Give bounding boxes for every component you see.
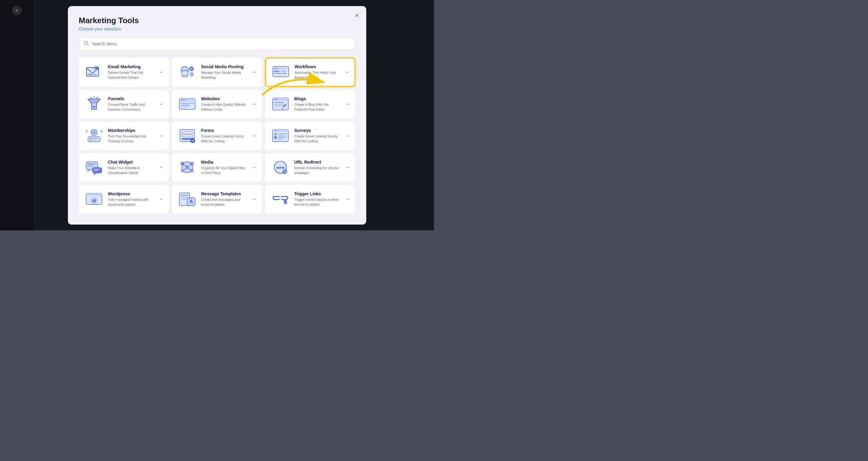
tool-name-wordpress: Wordpress: [108, 191, 154, 196]
tool-arrow-trigger-links: →: [345, 197, 350, 202]
tool-card-websites[interactable]: Websites Create A High Quality Website W…: [172, 90, 262, 118]
tool-arrow-email-marketing: →: [159, 69, 163, 75]
tool-arrow-message-templates: →: [252, 197, 257, 202]
svg-line-56: [101, 130, 102, 131]
tool-icon-forms: [178, 128, 197, 144]
tool-card-chat-widget[interactable]: Chat Widget Make Your Website A Conversa…: [79, 153, 169, 182]
modal-overlay[interactable]: × Marketing Tools Choose your selection …: [0, 0, 434, 230]
svg-rect-75: [87, 166, 93, 166]
tool-card-media[interactable]: t f ▶ ◎ Media Organize All Your Digital …: [172, 153, 262, 182]
tool-card-blogs[interactable]: Blogs Create A Blog With Our Powerful Po…: [265, 90, 355, 118]
tool-icon-blogs: [271, 96, 290, 112]
tool-info-blogs: Blogs Create A Blog With Our Powerful Po…: [294, 96, 341, 112]
svg-text:W: W: [92, 198, 96, 203]
svg-rect-71: [278, 137, 286, 138]
svg-rect-74: [87, 164, 95, 165]
svg-marker-76: [87, 170, 91, 172]
svg-text:✉: ✉: [94, 67, 96, 69]
svg-point-33: [181, 99, 182, 100]
tool-desc-trigger-links: Trigger events based on when the link is…: [294, 197, 341, 207]
tool-desc-forms: Create Great Looking Forms With No Codin…: [201, 134, 248, 144]
tool-info-forms: Forms Create Great Looking Forms With No…: [201, 128, 248, 144]
tool-card-workflows[interactable]: Workflows Automation That Helps Your Bus…: [265, 58, 355, 87]
svg-rect-16: [274, 68, 287, 69]
svg-point-66: [276, 130, 277, 131]
search-bar[interactable]: [79, 37, 355, 50]
tool-desc-funnels: Convert More Traffic And Increase Conver…: [108, 103, 154, 112]
tool-arrow-memberships: →: [159, 133, 163, 139]
tool-arrow-websites: →: [252, 102, 257, 107]
tool-icon-message-templates: A: [178, 191, 197, 207]
svg-rect-37: [181, 105, 190, 106]
tool-info-chat-widget: Chat Widget Make Your Website A Conversa…: [108, 160, 154, 175]
tools-grid: ✉ Email Marketing Deliver Emails That Ge…: [79, 58, 355, 213]
tool-icon-workflows: [271, 64, 290, 81]
tool-name-social-media: Social Media Posting: [201, 64, 248, 69]
tool-card-trigger-links[interactable]: Trigger Links Trigger events based on wh…: [265, 185, 355, 213]
svg-point-51: [90, 138, 92, 141]
tool-icon-websites: [178, 96, 197, 112]
svg-marker-114: [283, 200, 287, 205]
close-button[interactable]: ×: [355, 12, 359, 19]
svg-text:#: #: [191, 68, 192, 71]
svg-text:▶: ▶: [191, 171, 193, 172]
tool-arrow-chat-widget: →: [159, 165, 163, 170]
tool-info-email-marketing: Email Marketing Deliver Emails That Get …: [108, 64, 154, 80]
tool-card-memberships[interactable]: Memberships Turn Your Knowledge Into Tra…: [79, 121, 169, 150]
tool-info-surveys: Surveys Create Great Looking Survey With…: [294, 128, 341, 144]
tool-desc-url-redirect: Domain forwarding for all your webpages: [294, 166, 341, 175]
svg-rect-106: [181, 195, 188, 196]
svg-point-19: [278, 68, 279, 69]
svg-text:t: t: [182, 163, 183, 165]
svg-point-65: [274, 130, 276, 131]
modal-subtitle: Choose your selection: [79, 27, 355, 31]
modal-title: Marketing Tools: [79, 16, 355, 25]
tool-icon-surveys: [271, 128, 290, 144]
svg-point-42: [276, 98, 278, 100]
tool-card-social-media[interactable]: # ♥ Social Media Posting Manage Your Soc…: [172, 58, 262, 87]
tool-arrow-workflows: →: [345, 69, 349, 75]
tool-name-websites: Websites: [201, 96, 248, 101]
tool-card-email-marketing[interactable]: ✉ Email Marketing Deliver Emails That Ge…: [79, 58, 169, 87]
svg-rect-23: [282, 73, 286, 74]
svg-rect-69: [278, 134, 287, 134]
tool-name-workflows: Workflows: [295, 64, 340, 69]
svg-line-30: [96, 97, 98, 98]
tool-desc-wordpress: Fully managed hosting with speed and sup…: [108, 197, 154, 207]
tool-arrow-url-redirect: →: [345, 165, 350, 170]
tool-card-surveys[interactable]: Surveys Create Great Looking Survey With…: [265, 121, 355, 150]
svg-rect-60: [182, 135, 193, 137]
tool-name-trigger-links: Trigger Links: [294, 191, 341, 196]
svg-point-17: [275, 68, 276, 69]
tool-desc-memberships: Turn Your Knowledge Into Training Course…: [108, 134, 154, 144]
tool-arrow-wordpress: →: [159, 197, 163, 202]
tool-info-memberships: Memberships Turn Your Knowledge Into Tra…: [108, 128, 154, 144]
tool-info-social-media: Social Media Posting Manage Your Social …: [201, 64, 248, 80]
tool-card-message-templates[interactable]: A Message Templates Create text messages…: [172, 185, 262, 213]
svg-rect-5: [93, 74, 96, 75]
svg-line-1: [87, 44, 88, 45]
tool-arrow-media: →: [252, 165, 257, 170]
tool-name-email-marketing: Email Marketing: [108, 64, 154, 69]
tool-info-media: Media Organize All Your Digital Files In…: [201, 160, 248, 175]
search-input[interactable]: [92, 41, 350, 46]
tool-info-workflows: Workflows Automation That Helps Your Bus…: [295, 64, 340, 80]
tool-card-forms[interactable]: Forms Create Great Looking Forms With No…: [172, 121, 262, 150]
tool-icon-social-media: # ♥: [178, 64, 197, 81]
svg-rect-108: [181, 199, 188, 200]
tool-card-wordpress[interactable]: W Wordpress Fully managed hosting with s…: [79, 185, 169, 213]
svg-point-34: [183, 99, 185, 100]
svg-rect-72: [278, 139, 284, 140]
svg-text:f: f: [192, 163, 192, 165]
svg-rect-27: [93, 106, 95, 108]
svg-rect-36: [181, 103, 194, 104]
tool-name-memberships: Memberships: [108, 128, 154, 133]
tool-card-url-redirect[interactable]: www URL Redirect Domain forwarding for a…: [265, 153, 355, 182]
svg-rect-9: [182, 71, 188, 76]
marketing-tools-modal: × Marketing Tools Choose your selection …: [68, 6, 366, 225]
svg-point-18: [276, 68, 278, 69]
svg-marker-80: [93, 173, 96, 175]
tool-card-funnels[interactable]: Funnels Convert More Traffic And Increas…: [79, 90, 169, 118]
tool-name-media: Media: [201, 160, 248, 165]
tool-desc-message-templates: Create text messages and email templates: [201, 197, 248, 207]
